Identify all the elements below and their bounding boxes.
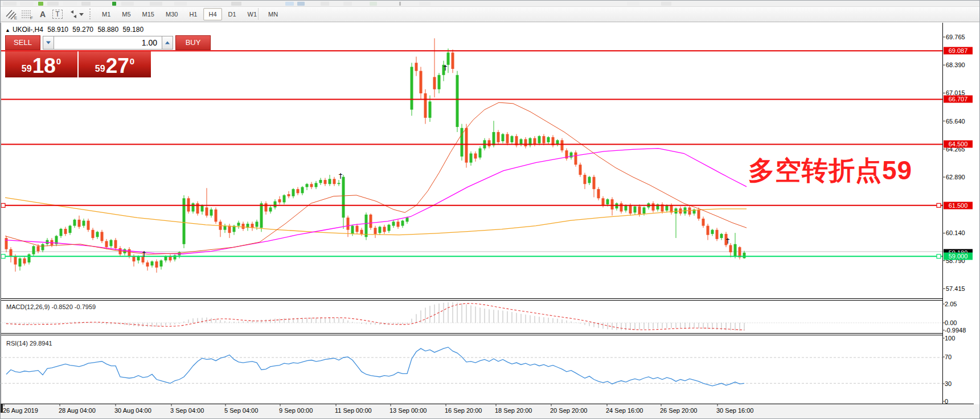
candle-body: [165, 256, 167, 260]
candle-body: [479, 149, 482, 158]
rsi-indicator-label: RSI(14) 29.8941: [6, 340, 52, 347]
line-handle: [1, 254, 5, 258]
candle-body: [593, 177, 596, 189]
price-line-label: 59.000: [944, 253, 973, 260]
equidistant-channel-icon[interactable]: E: [4, 8, 18, 20]
sell-button[interactable]: SELL: [5, 35, 40, 50]
candle-body: [151, 261, 154, 265]
candle-body: [561, 140, 564, 150]
candle-body: [520, 139, 523, 144]
candle-body: [411, 67, 413, 109]
candle-body: [10, 249, 13, 257]
macd-signal-line: [6, 303, 744, 330]
quote-high: 59.270: [72, 26, 93, 34]
fibonacci-icon[interactable]: F: [20, 8, 34, 20]
candle-body: [292, 189, 295, 196]
line-handle: [1, 203, 5, 207]
candle-body: [310, 184, 313, 187]
candle-body: [401, 221, 404, 226]
candle-body: [470, 154, 473, 163]
candle-body: [73, 220, 76, 226]
timeframe-M5[interactable]: M5: [117, 8, 136, 20]
timeframe-H1[interactable]: H1: [184, 8, 202, 20]
candle-body: [278, 199, 281, 202]
volume-increase-button[interactable]: [162, 36, 173, 50]
candle-body: [538, 136, 541, 143]
toolbar-fragment: [47, 2, 59, 6]
candle-body: [388, 225, 391, 231]
timeframe-M15[interactable]: M15: [137, 8, 159, 20]
timeframe-M1[interactable]: M1: [97, 8, 116, 20]
quote-low: 58.880: [97, 26, 118, 34]
candle-body: [488, 140, 491, 146]
candle-body: [42, 244, 44, 250]
timeframe-MN[interactable]: MN: [263, 8, 283, 20]
candle-body: [242, 224, 245, 229]
timeframe-buttons: M1M5M15M30H1H4D1W1MN: [96, 7, 284, 22]
candle-body: [338, 183, 341, 184]
macd-scale-label: -0.9948: [945, 327, 966, 334]
text-label-icon[interactable]: A: [36, 8, 50, 20]
volume-input[interactable]: [54, 36, 162, 50]
timeframe-M30[interactable]: M30: [161, 8, 183, 20]
candle-body: [588, 177, 591, 183]
toolbar-fragment: [38, 2, 43, 6]
candle-body: [406, 217, 409, 221]
toolbar-fragment: [112, 2, 116, 6]
volume-box: [43, 36, 173, 50]
one-click-trading-panel: SELL BUY 59180 59270: [5, 35, 152, 77]
candle-body: [306, 184, 309, 187]
candle-body: [424, 93, 427, 118]
toolbar-grip[interactable]: [89, 9, 92, 19]
volume-decrease-button[interactable]: [43, 36, 54, 50]
bid-price-panel[interactable]: 59180: [5, 51, 77, 77]
arrows-tool-icon[interactable]: [68, 8, 85, 20]
candle-body: [14, 256, 17, 264]
candle-body: [374, 228, 377, 234]
cross-marker: †: [142, 249, 146, 258]
candle-body: [288, 194, 290, 196]
candle-body: [511, 136, 514, 142]
candle-body: [420, 71, 423, 93]
candle-body: [729, 245, 732, 253]
candle-body: [215, 209, 218, 221]
candle-body: [429, 101, 432, 118]
candle-body: [606, 199, 609, 204]
candle-body: [638, 207, 641, 215]
candle-body: [547, 137, 550, 142]
candle-body: [228, 226, 231, 233]
buy-button[interactable]: BUY: [175, 35, 211, 50]
timeframe-H4[interactable]: H4: [203, 8, 222, 20]
price-tick-label: 57.415: [946, 285, 965, 292]
candle-body: [324, 180, 327, 184]
text-box-icon[interactable]: T: [51, 8, 64, 20]
candle-body: [351, 226, 354, 234]
candle-body: [379, 227, 382, 233]
candle-body: [365, 215, 368, 237]
ask-price-panel[interactable]: 59270: [79, 51, 151, 77]
candle-body: [37, 246, 40, 251]
quote-header: ▲UKOil-,H4 58.910 59.270 58.880 59.180: [5, 26, 146, 34]
collapse-arrow-icon[interactable]: ▲: [5, 27, 10, 33]
charts-toolbar: E F A T M1M5M15M30H1H4D1W1MN: [1, 7, 980, 22]
candle-body: [283, 195, 286, 203]
candle-body: [392, 221, 395, 225]
candle-body: [465, 128, 468, 163]
timeframe-D1[interactable]: D1: [223, 8, 241, 20]
candle-body: [579, 165, 582, 175]
timeframe-W1[interactable]: W1: [243, 8, 263, 20]
chart-canvas[interactable]: ††††: [1, 22, 980, 419]
candle-body: [105, 241, 108, 247]
candle-body: [698, 209, 700, 219]
candle-body: [110, 240, 113, 247]
toolbar-fragment: [297, 2, 305, 6]
candle-body: [452, 52, 454, 69]
candle-body: [743, 253, 746, 258]
candle-body: [133, 256, 136, 261]
candle-body: [201, 206, 204, 212]
candle-body: [256, 221, 259, 227]
candle-body: [502, 134, 505, 142]
candle-body: [734, 244, 737, 256]
candle-body: [224, 226, 227, 230]
candle-body: [333, 179, 336, 184]
